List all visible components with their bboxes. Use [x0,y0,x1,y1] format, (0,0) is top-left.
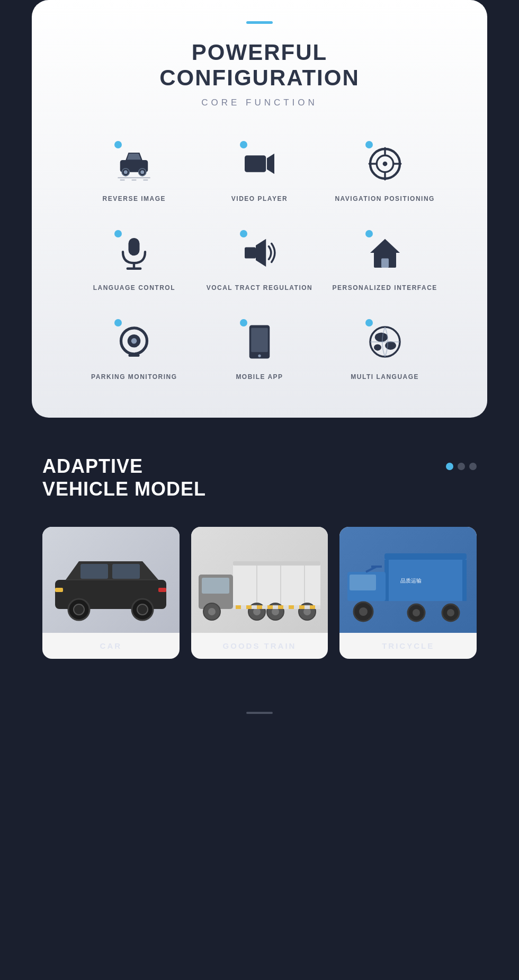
icon-item-language-control: LANGUAGE CONTROL [74,224,194,297]
icon-item-navigation: NAVIGATION POSITIONING [325,135,445,208]
svg-rect-41 [112,564,140,579]
tricycle-image: 品质运输 [339,527,477,633]
icon-item-reverse-image: REVERSE IMAGE [74,135,194,208]
accent-bar [246,21,273,24]
icon-label-reverse-image: REVERSE IMAGE [103,195,166,202]
vehicle-card-goods-train[interactable]: GOODS TRAIN [191,527,328,659]
tricycle-svg: 品质运输 [342,537,475,622]
icon-label-language-control: LANGUAGE CONTROL [93,284,175,292]
navigation-icon [366,145,404,182]
icon-label-personalized: PERSONALIZED INTERFACE [332,284,437,292]
svg-point-35 [374,332,388,342]
svg-point-82 [359,607,368,616]
svg-rect-40 [80,564,108,579]
icon-label-parking: PARKING MONITORING [91,373,177,381]
dot-2[interactable] [458,463,465,470]
svg-point-43 [74,604,84,615]
svg-rect-64 [233,605,320,609]
tablet-icon [241,323,278,360]
svg-rect-68 [267,605,273,609]
dot-3[interactable] [469,463,477,470]
bottom-bar [0,701,519,725]
svg-point-33 [258,354,261,357]
svg-rect-65 [236,605,241,609]
dots-indicator [446,463,477,470]
video-icon [241,145,278,182]
svg-rect-69 [278,605,283,609]
svg-point-36 [385,341,396,350]
icon-label-multi-language: MULTI LANGUAGE [351,373,419,381]
svg-point-28 [131,338,137,344]
icon-item-mobile-app: MOBILE APP [200,313,320,386]
svg-rect-51 [233,561,320,609]
car-reverse-icon [115,145,153,182]
svg-point-4 [141,170,145,174]
svg-point-13 [382,161,387,166]
icon-item-multi-language: MULTI LANGUAGE [325,313,445,386]
main-title: POWERFUL CONFIGURATION [42,40,477,91]
icon-item-personalized: PERSONALIZED INTERFACE [325,224,445,297]
svg-point-57 [208,608,216,615]
icon-label-vocal-tract: VOCAL TRACT REGULATION [207,284,313,292]
vehicle-card-car[interactable]: CAR [42,527,180,659]
svg-point-86 [447,609,454,616]
icon-dot [240,319,247,326]
truck-image [191,527,328,633]
parking-camera-icon [115,323,153,360]
svg-point-45 [137,604,148,615]
icon-label-navigation: NAVIGATION POSITIONING [335,195,435,202]
svg-marker-24 [370,239,400,252]
svg-rect-71 [299,605,305,609]
icon-dot [365,319,373,326]
icon-dot [114,230,122,237]
icon-dot [365,141,373,148]
vehicle-cards: CAR [42,527,477,659]
svg-rect-46 [55,588,63,592]
svg-point-84 [413,609,420,616]
vehicle-label-car: CAR [42,633,180,659]
truck-svg [193,537,326,622]
svg-rect-50 [202,578,229,594]
home-icon [366,234,404,271]
adaptive-title: ADAPTIVE VEHICLE MODEL [42,455,206,500]
speaker-icon [241,234,278,271]
icon-dot [114,141,122,148]
svg-point-61 [272,608,279,615]
icon-label-mobile-app: MOBILE APP [236,373,283,381]
svg-rect-78 [350,575,376,590]
svg-point-59 [253,608,261,615]
icon-dot [240,230,247,237]
icon-item-vocal-tract: VOCAL TRACT REGULATION [200,224,320,297]
svg-marker-22 [256,239,266,267]
svg-rect-70 [289,605,294,609]
svg-rect-73 [384,553,467,601]
svg-text:品质运输: 品质运输 [400,578,422,584]
icon-item-video-player: VIDEO PLAYER [200,135,320,208]
svg-rect-9 [245,155,266,172]
svg-rect-32 [251,328,268,352]
config-card: POWERFUL CONFIGURATION CORE FUNCTION [32,0,487,418]
svg-rect-21 [245,247,256,258]
dot-1[interactable] [446,463,453,470]
vehicle-card-tricycle[interactable]: 品质运输 TRICYCLE [339,527,477,659]
globe-icon [366,323,404,360]
svg-rect-18 [129,238,140,255]
microphone-icon [115,234,153,271]
sub-title: CORE FUNCTION [42,98,477,108]
dark-section: ADAPTIVE VEHICLE MODEL [0,418,519,701]
svg-rect-25 [381,258,389,268]
icon-dot [114,319,122,326]
svg-rect-30 [132,354,136,356]
svg-rect-72 [310,605,315,609]
car-svg [44,537,177,622]
vehicle-label-tricycle: TRICYCLE [339,633,477,659]
icon-item-parking: PARKING MONITORING [74,313,194,386]
svg-rect-52 [233,561,320,566]
icon-dot [240,141,247,148]
svg-marker-10 [267,153,274,174]
svg-rect-67 [257,605,262,609]
svg-point-2 [124,170,128,174]
icon-dot [365,230,373,237]
svg-point-63 [303,608,311,615]
icon-label-video-player: VIDEO PLAYER [231,195,288,202]
